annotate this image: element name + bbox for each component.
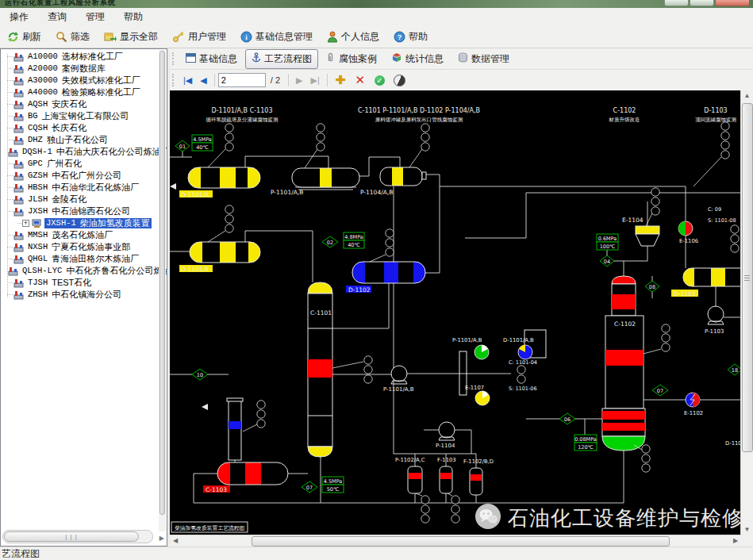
svg-text:E-1102: E-1102 (684, 410, 703, 416)
tree-item[interactable]: DQSH-1中石油大庆石化分公司炼油厂 (1, 146, 159, 158)
close-button[interactable] (715, 0, 750, 6)
tree-item[interactable]: AQSH安庆石化 (1, 98, 159, 110)
svg-text:?: ? (398, 33, 402, 41)
svg-text:P-1102/A,C: P-1102/A,C (395, 457, 425, 463)
tree-item[interactable]: ZHSH中石化镇海分公司 (1, 289, 159, 301)
plant-icon (8, 147, 18, 157)
show-all-button[interactable]: 显示全部 (97, 28, 165, 46)
tree-item[interactable]: JLSH金陵石化 (1, 194, 159, 205)
tree-item-name: 柴油加氢改质装置 (80, 218, 150, 228)
previous-page-button[interactable]: ◀ (196, 75, 210, 86)
svg-text:P-1104/A,B: P-1104/A,B (360, 189, 393, 196)
tree-item-name: 广州石化 (47, 159, 82, 169)
tab-process-flow-diagram[interactable]: 工艺流程图 (245, 49, 318, 69)
tree-item[interactable]: CQSH长庆石化 (1, 122, 159, 134)
tree-item-code: A10000 (28, 52, 58, 62)
page-number-input[interactable] (218, 73, 266, 87)
tab-corrosion-cases[interactable]: 腐蚀案例 (320, 49, 383, 69)
separator (327, 74, 328, 86)
scrollbar-thumb[interactable]: | | | (4, 531, 139, 542)
first-page-button[interactable]: |◀ (179, 75, 196, 86)
process-flow-canvas[interactable]: D-1101/A,B C-1103 循环氢脱硫塔及分液罐腐蚀监测 C-1101 … (170, 90, 741, 535)
maximize-button[interactable] (690, 0, 714, 6)
tree-item[interactable]: JXSH中石油锦西石化公司 (1, 205, 159, 217)
window-title: 运行石化装置工程风险分析系统 (5, 0, 116, 6)
minimize-button[interactable] (664, 0, 689, 6)
separator (214, 74, 215, 86)
tree-item[interactable]: GPC广州石化 (1, 158, 159, 170)
base-info-management-button[interactable]: i 基础信息管理 (233, 28, 320, 46)
tree-item[interactable]: HBSH中石油华北石化炼油厂 (1, 182, 159, 194)
svg-text:E-1104: E-1104 (622, 217, 644, 224)
confirm-button[interactable]: ✓ (375, 75, 385, 86)
diagram-vertical-scrollbar[interactable]: ▲ ▼ (740, 90, 753, 535)
tree-item[interactable]: QLSH-LYC中石化齐鲁石化分公司炼油 (1, 265, 159, 277)
toolbar-label: 个人信息 (341, 30, 379, 44)
tree-item-name: 中石油锦西石化公司 (52, 206, 130, 217)
scrollbar-thumb[interactable] (252, 536, 670, 547)
plant-icon (13, 111, 24, 121)
tree-item-code: TJSH (28, 278, 48, 288)
filter-button[interactable]: 筛选 (48, 28, 97, 46)
tree-item[interactable]: DHZ独山子石化公司 (1, 134, 159, 146)
tree-item-name: 案例数据库 (62, 63, 106, 74)
tree-horizontal-scrollbar[interactable]: | | | (2, 530, 153, 543)
tree-item[interactable]: MMSH茂名石化炼油厂 (1, 229, 159, 241)
menu-bar: 操作 查询 管理 帮助 (0, 8, 753, 26)
personal-info-button[interactable]: 个人信息 (320, 28, 386, 46)
tree-item[interactable]: + JXSH-1柴油加氢改质装置 (1, 217, 159, 229)
refresh-button[interactable]: 刷新 (0, 28, 48, 46)
tree-item[interactable]: TJSHTEST石化 (1, 277, 159, 289)
scroll-down-arrow-icon[interactable]: ▼ (741, 524, 753, 535)
tab-basic-info[interactable]: 基础信息 (179, 49, 244, 69)
tree-item[interactable]: BG上海宝钢化工有限公司 (1, 110, 159, 122)
plant-icon (13, 182, 24, 193)
menu-help[interactable]: 帮助 (114, 9, 152, 25)
flow-arrow-icon (202, 404, 208, 410)
add-record-button[interactable]: ✚ (331, 73, 351, 87)
tree-item-code: QLSH-LYC (22, 266, 62, 276)
plant-icon (13, 87, 24, 98)
scroll-right-arrow-icon[interactable]: ▶ (730, 535, 741, 547)
tree-item[interactable]: A20000案例数据库 (1, 63, 159, 75)
plant-icon (13, 230, 24, 240)
diagram-horizontal-scrollbar[interactable]: ◀ ▶ (170, 535, 741, 547)
expand-plus-icon[interactable]: + (22, 220, 29, 227)
svg-text:40℃: 40℃ (196, 144, 209, 151)
user-management-button[interactable]: 用户管理 (165, 28, 233, 46)
plant-icon (13, 75, 24, 86)
tab-data-management[interactable]: 数据管理 (451, 49, 516, 69)
svg-text:120℃: 120℃ (578, 444, 594, 451)
tree-item[interactable]: GZSH中石化广州分公司 (1, 170, 159, 182)
scroll-right-arrow-icon[interactable]: ▶ (159, 535, 164, 542)
tree-item[interactable]: QHGL青海油田格尔木炼油厂 (1, 253, 159, 265)
menu-query[interactable]: 查询 (38, 9, 76, 25)
tree-vertical-scrollbar[interactable] (159, 50, 166, 531)
tree-item[interactable]: A10000选材标准化工厂 (1, 51, 159, 63)
tree-item[interactable]: NXSH宁夏石化炼油事业部 (1, 241, 159, 253)
tree-item[interactable]: A40000检验策略标准化工厂 (1, 86, 159, 98)
svg-text:08: 08 (649, 284, 655, 290)
tree-item[interactable]: A30000失效模式标准化工厂 (1, 75, 159, 86)
svg-text:柴油加氢改质装置工艺流程图: 柴油加氢改质装置工艺流程图 (175, 525, 244, 531)
svg-text:P-1101/A,B: P-1101/A,B (271, 189, 303, 196)
next-page-button[interactable]: ▶ (292, 75, 306, 86)
plant-icon (13, 123, 24, 133)
plant-icon (13, 194, 24, 205)
svg-text:C-1103: C-1103 (206, 486, 227, 493)
tab-statistics[interactable]: 统计信息 (385, 49, 450, 69)
pump-p1104: P-1104 (436, 422, 455, 449)
menu-operation[interactable]: 操作 (0, 9, 38, 25)
pump-p1101: P-1101/A,B (383, 366, 414, 393)
scroll-left-arrow-icon[interactable]: ◀ (170, 535, 181, 547)
scroll-up-arrow-icon[interactable]: ▲ (741, 90, 753, 102)
delete-record-button[interactable]: ✕ (350, 73, 370, 87)
menu-manage[interactable]: 管理 (76, 9, 114, 25)
scrollbar-thumb[interactable] (159, 51, 165, 515)
plant-icon (13, 242, 24, 252)
last-page-button[interactable]: ▶| (307, 75, 324, 86)
scrollbar-thumb[interactable] (742, 103, 753, 452)
contrast-toggle-icon[interactable] (394, 75, 405, 86)
svg-text:07: 07 (657, 388, 663, 394)
help-button[interactable]: ? 帮助 (386, 28, 435, 46)
